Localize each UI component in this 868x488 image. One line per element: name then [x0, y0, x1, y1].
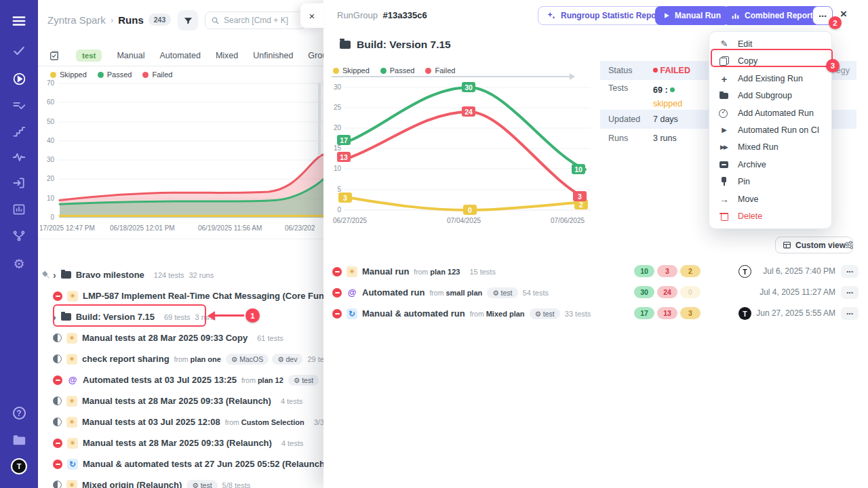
- run-row[interactable]: Manual run fromplan 123 15 tests 10 3 2 …: [323, 261, 868, 282]
- checklist-icon[interactable]: [0, 99, 38, 113]
- branch-icon[interactable]: [0, 229, 38, 243]
- passed-pill: 30: [634, 286, 654, 298]
- run-timestamp: Jun 27, 2025 5:55 AM: [756, 308, 835, 318]
- run-title: Manual & automated tests at 27 Jun 2025 …: [83, 459, 323, 469]
- tab[interactable]: Unfinished: [253, 51, 293, 60]
- list-item[interactable]: Manual tests at 03 Jul 2025 12:08 fromCu…: [38, 411, 323, 432]
- combined-report-button[interactable]: Combined Report: [723, 6, 821, 25]
- check-icon[interactable]: [0, 44, 38, 58]
- run-row[interactable]: Automated run fromsmall plan ⚙ test 54 t…: [323, 282, 868, 303]
- y-tick: 0: [39, 214, 54, 221]
- menu-item[interactable]: Delete: [709, 208, 831, 225]
- data-label-passed: 30: [462, 82, 475, 92]
- menu-item[interactable]: Pin: [709, 174, 831, 190]
- y-tick: 70: [39, 79, 54, 87]
- annotation-highlight-box-1: [53, 304, 206, 327]
- steps-icon[interactable]: [0, 125, 38, 138]
- menu-item[interactable]: Add Subgroup: [709, 87, 831, 104]
- help-icon[interactable]: ?: [0, 407, 38, 420]
- failed-pill: 13: [657, 307, 677, 319]
- run-title: check report sharing: [82, 354, 170, 364]
- tab[interactable]: Mixed: [216, 51, 238, 60]
- tests-total: 69 :: [653, 85, 668, 95]
- sliders-icon[interactable]: [844, 240, 854, 250]
- annotation-highlight-box-3: [711, 49, 833, 67]
- sign-in-icon[interactable]: [0, 176, 38, 190]
- drawer-close-button[interactable]: ×: [840, 7, 847, 21]
- runs-area-chart: [38, 80, 323, 236]
- data-label-passed: 17: [337, 135, 351, 145]
- run-type-icon: [66, 396, 77, 407]
- filter-button[interactable]: [178, 10, 198, 30]
- list-item[interactable]: Manual tests at 28 Mar 2025 09:33 (Relau…: [38, 390, 323, 411]
- tab[interactable]: Automated: [159, 51, 200, 60]
- menu-item[interactable]: Add Automated Run: [709, 104, 831, 121]
- row-more-button[interactable]: ···: [841, 286, 859, 299]
- menu-item-icon: [719, 176, 730, 187]
- scrollbar[interactable]: [318, 83, 321, 156]
- folder-icon[interactable]: [0, 432, 38, 447]
- menu-item-label: Automated Run on CI: [738, 125, 819, 135]
- custom-view-button[interactable]: Custom view: [775, 237, 853, 253]
- menu-item[interactable]: Automated Run on CI: [709, 121, 831, 138]
- menu-item[interactable]: Archive: [709, 156, 831, 173]
- search-box[interactable]: [205, 12, 307, 29]
- menu-item-label: Delete: [738, 211, 762, 221]
- tag-pill: ⚙ test: [487, 287, 517, 298]
- legend-dot: [50, 72, 56, 78]
- menu-item[interactable]: Add Existing Run: [709, 70, 831, 87]
- y-tick: 20: [330, 124, 341, 131]
- menu-item[interactable]: Move: [709, 190, 831, 207]
- result-pills: 30 24 0: [634, 286, 701, 298]
- x-tick: 07/06/2025: [551, 217, 585, 224]
- gear-icon[interactable]: ⚙: [0, 256, 38, 272]
- left-chart-legend: SkippedPassedFailed: [50, 70, 172, 79]
- play-circle-icon[interactable]: [0, 72, 38, 86]
- manual-run-button[interactable]: Manual Run: [655, 6, 729, 25]
- tab[interactable]: Groups: [308, 51, 323, 60]
- run-groups-list: Bravo milestone 124 tests 32 runs LMP-58…: [38, 264, 323, 488]
- list-item[interactable]: Manual tests at 28 Mar 2025 09:33 (Relau…: [38, 432, 323, 453]
- menu-item-label: Mixed Run: [738, 142, 778, 152]
- list-item[interactable]: Manual tests at 28 Mar 2025 09:33 Copy 6…: [38, 327, 323, 348]
- menu-item[interactable]: Mixed Run: [709, 139, 831, 156]
- tab[interactable]: Manual: [117, 51, 144, 60]
- list-item[interactable]: Manual & automated tests at 27 Jun 2025 …: [38, 453, 323, 474]
- tests-count: 4 tests: [281, 439, 303, 447]
- avatar[interactable]: T: [0, 458, 38, 474]
- from-plan: fromCustom Selection: [225, 418, 304, 426]
- drawer-close-tab[interactable]: ×: [300, 3, 323, 28]
- divider: [38, 66, 323, 66]
- y-tick: 30: [39, 156, 54, 163]
- chevron-right-icon[interactable]: [53, 270, 56, 280]
- rungroup-statistic-report-button[interactable]: Rungroup Statistic Report: [538, 6, 671, 25]
- bar-chart-icon[interactable]: [0, 203, 38, 216]
- menu-item-label: Add Subgroup: [738, 91, 792, 100]
- list-item[interactable]: Mixed origin (Relaunch) ⚙ test 5/8 tests: [38, 474, 323, 488]
- tests-count: 29 tests: [307, 355, 323, 363]
- status-icon: [332, 288, 342, 298]
- runs-count-badge: 243: [149, 14, 172, 26]
- row-more-button[interactable]: ···: [841, 307, 859, 320]
- run-title: Manual tests at 28 Mar 2025 09:33 (Relau…: [83, 438, 272, 448]
- brand-name[interactable]: Zyntra Spark: [47, 14, 106, 26]
- group-title: Build: Version 7.15: [357, 39, 451, 51]
- search-input[interactable]: [224, 16, 300, 25]
- menu-item-label: Pin: [738, 177, 750, 186]
- list-item[interactable]: Automated tests at 03 Jul 2025 13:25 fro…: [38, 369, 323, 390]
- list-item[interactable]: LMP-587 Implement Real-Time Chat Messagi…: [38, 285, 323, 306]
- list-item[interactable]: Bravo milestone 124 tests 32 runs: [38, 264, 323, 285]
- tag-pill: ⚙ test: [288, 375, 319, 386]
- list-item[interactable]: check report sharing fromplan one ⚙ MacO…: [38, 348, 323, 369]
- status-value: FAILED: [660, 66, 690, 75]
- x-tick: 17/2025 12:47 PM: [39, 224, 95, 232]
- menu-icon[interactable]: [0, 14, 38, 28]
- status-icon: [53, 291, 62, 301]
- tab-select-all-icon[interactable]: [49, 50, 60, 61]
- activity-icon[interactable]: [0, 150, 38, 164]
- run-row[interactable]: Manual & automated run fromMixed plan ⚙ …: [323, 303, 868, 324]
- menu-item-icon: [719, 73, 730, 84]
- menu-item-icon: [719, 90, 730, 101]
- row-more-button[interactable]: ···: [841, 265, 859, 278]
- tag-filter-badge[interactable]: test: [76, 49, 102, 62]
